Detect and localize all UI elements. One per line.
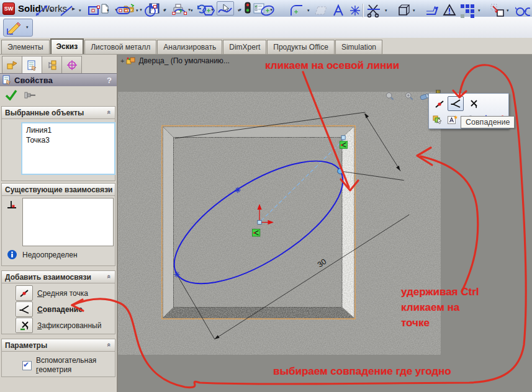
corner-rectangle-icon[interactable] (87, 3, 102, 18)
relation-badge[interactable] (340, 141, 347, 149)
popup-fixed-icon[interactable] (466, 97, 481, 111)
tab-evaluate[interactable]: Анализировать (157, 40, 222, 54)
existing-relations-listbox[interactable] (22, 198, 114, 246)
collapse-chevron-icon[interactable] (106, 275, 113, 278)
sketch-fillet-icon[interactable] (289, 3, 304, 18)
popup-annotation-icon[interactable] (445, 113, 460, 127)
parameters-header[interactable]: Параметры (2, 339, 115, 352)
annotation-ctrl-click: удерживая Ctrl кликаем на точке (401, 284, 479, 331)
straight-slot-icon[interactable] (115, 3, 130, 18)
part-icon (126, 56, 136, 65)
sketch-alert-icon[interactable] (442, 3, 457, 18)
popup-coincident-icon[interactable] (448, 96, 464, 111)
construction-geometry-label[interactable]: Вспомогательная геометрия (36, 356, 96, 375)
construction-geometry-checkbox[interactable] (22, 361, 32, 370)
collapse-chevron-icon[interactable] (106, 110, 113, 114)
construction-geometry-row[interactable]: Вспомогательная геометрия (22, 356, 96, 375)
text-icon[interactable] (331, 3, 346, 18)
add-relations-section: Добавить взаимосвязи Средняя точка Совпа… (1, 270, 115, 334)
configuration-manager-tab[interactable] (42, 56, 62, 73)
pushpin-icon[interactable] (24, 90, 37, 103)
existing-relations-section: Существующие взаимосвязи Недоопределен (1, 183, 115, 266)
dimension-dropdown[interactable]: ▾ (50, 8, 53, 13)
tab-sheet-metal[interactable]: Листовой металл (84, 40, 156, 54)
line-icon[interactable] (59, 3, 74, 18)
convert-entities-icon[interactable] (395, 3, 410, 18)
circle-dropdown[interactable]: ▾ (163, 8, 166, 13)
command-manager-tabs: Элементы Эскиз Листовой металл Анализиро… (0, 38, 532, 55)
tab-office-products[interactable]: Продукты Office (267, 40, 335, 54)
convert-dropdown[interactable]: ▾ (413, 8, 415, 13)
midpoint-relation-icon[interactable] (16, 285, 33, 301)
centerpoint-arc-icon[interactable] (172, 3, 187, 18)
feature-tree-item[interactable]: + Дверца_ (По умолчанию... (120, 56, 230, 65)
property-manager-panel: Свойства ? Выбранные объекты Линия1 Точк… (0, 55, 118, 392)
display-relations-icon[interactable] (515, 3, 530, 18)
tree-item-label[interactable]: Дверца_ (По умолчанию... (138, 56, 229, 65)
coincident-relation-label[interactable]: Совпадение (37, 305, 83, 314)
property-manager-tab[interactable] (22, 56, 42, 73)
fixed-relation-row[interactable]: Зафиксированный (16, 318, 101, 333)
midpoint-handle[interactable] (258, 220, 261, 224)
existing-relations-header[interactable]: Существующие взаимосвязи (2, 184, 115, 196)
point-icon[interactable] (348, 3, 363, 18)
feature-manager-tab[interactable] (2, 56, 22, 73)
toolbar-separator (363, 4, 364, 17)
move-dropdown[interactable]: ▾ (507, 8, 509, 13)
midpoint-relation-row[interactable]: Средняя точка (16, 285, 88, 301)
pattern-dropdown[interactable]: ▾ (478, 8, 480, 13)
sketch-toolbar (0, 17, 532, 38)
coincident-relation-row[interactable]: Совпадение (16, 301, 83, 317)
ellipse-major-point[interactable] (338, 169, 343, 174)
endpoint-handle[interactable] (341, 136, 345, 140)
offset-entities-icon[interactable] (425, 3, 440, 18)
list-item[interactable]: Точка3 (25, 135, 114, 145)
tree-expand-toggle[interactable]: + (120, 57, 124, 65)
popup-midpoint-icon[interactable] (432, 97, 447, 111)
collapse-chevron-icon[interactable] (106, 343, 113, 347)
solidworks-window: SW SolidWorks ▸ ▾ ▾ ▾ ▾ ▾ ▾ ▾ ▾ ▾ ▾ ▾ ▾ … (0, 0, 532, 392)
smart-dimension-icon[interactable] (34, 3, 49, 18)
move-entities-icon[interactable] (489, 3, 504, 18)
status-row: Недоопределен (7, 249, 78, 260)
sketch-pencil-button[interactable]: ▾ (3, 19, 33, 37)
midpoint-relation-label[interactable]: Средняя точка (37, 289, 88, 298)
trim-entities-icon[interactable] (366, 3, 381, 18)
ellipse-icon[interactable] (259, 3, 274, 18)
dimxpert-manager-tab[interactable] (61, 56, 82, 73)
tab-elements[interactable]: Элементы (1, 40, 50, 54)
coincident-relation-icon[interactable] (16, 301, 33, 317)
annotation-choose-coincident: выбираем совпадение где угодно (273, 363, 451, 379)
tab-simulation[interactable]: Simulation (335, 40, 382, 54)
rectangle-dropdown[interactable]: ▾ (107, 8, 109, 13)
trim-dropdown[interactable]: ▾ (385, 8, 387, 13)
annotation-click-axis: кликаем на осевой линии (265, 58, 399, 73)
list-item[interactable]: Линия1 (25, 125, 114, 135)
fixed-relation-label[interactable]: Зафиксированный (37, 321, 101, 330)
collapse-chevron-icon[interactable] (106, 187, 113, 191)
texture-noise (118, 92, 440, 354)
tab-sketch[interactable]: Эскиз (50, 38, 84, 54)
tab-dimxpert[interactable]: DimXpert (223, 40, 266, 54)
ok-check-icon[interactable] (5, 89, 17, 103)
solidworks-logo-icon: SW (2, 2, 15, 15)
spline-icon[interactable] (217, 3, 232, 18)
plane-icon[interactable] (314, 3, 329, 18)
relation-badge[interactable] (252, 229, 259, 236)
selected-objects-header[interactable]: Выбранные объекты (2, 107, 115, 119)
fixed-relation-icon[interactable] (16, 318, 33, 333)
spline-dropdown[interactable]: ▾ (238, 8, 240, 13)
popup-select-copy-icon[interactable] (430, 113, 445, 127)
slot-dropdown[interactable]: ▾ (136, 8, 138, 13)
selected-objects-listbox[interactable]: Линия1 Точка3 (21, 122, 115, 175)
linear-pattern-icon[interactable] (459, 3, 474, 18)
help-icon[interactable]: ? (107, 76, 112, 85)
line-dropdown[interactable]: ▾ (79, 8, 81, 13)
property-manager-header: Свойства ? (0, 73, 117, 86)
definition-status: Недоопределен (22, 251, 78, 259)
fillet-dropdown[interactable]: ▾ (307, 8, 310, 13)
circle-icon[interactable] (144, 3, 159, 18)
polygon-icon[interactable] (201, 3, 216, 18)
arc-dropdown[interactable]: ▾ (191, 8, 193, 13)
add-relations-header[interactable]: Добавить взаимосвязи (2, 271, 115, 283)
